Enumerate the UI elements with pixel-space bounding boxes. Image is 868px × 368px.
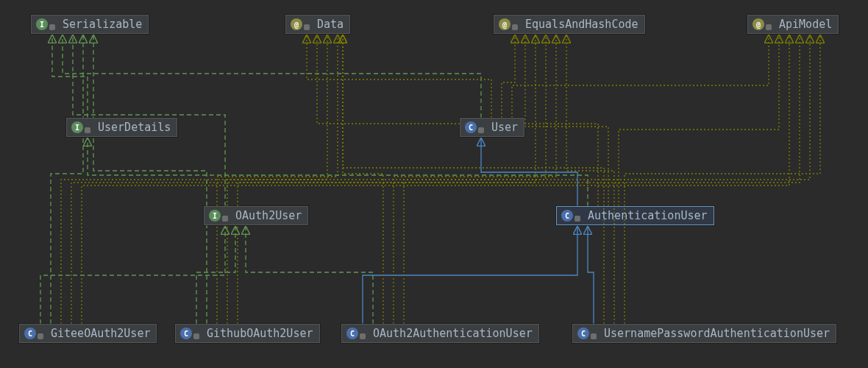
class-icon: C: [346, 328, 358, 339]
class-icon: C: [180, 328, 192, 339]
node-equals-and-hash-code[interactable]: @ EqualsAndHashCode: [494, 15, 645, 34]
node-label: UsernamePasswordAuthenticationUser: [604, 327, 830, 340]
node-label: AuthenticationUser: [588, 209, 708, 222]
edge-authUser-to-apiModel: [619, 35, 779, 206]
modifier-icon: [85, 127, 90, 133]
node-serializable[interactable]: I Serializable: [31, 15, 149, 34]
interface-icon: I: [71, 121, 83, 133]
modifier-icon: [49, 24, 55, 30]
annotation-icon: @: [291, 18, 302, 30]
edge-oauth2AuthUser-to-oauth2user: [246, 227, 373, 324]
edge-authUser-to-user: [481, 138, 577, 206]
class-icon: C: [561, 210, 573, 222]
modifier-icon: [38, 333, 43, 339]
node-user-details[interactable]: I UserDetails: [66, 118, 177, 137]
node-label: OAuth2User: [235, 209, 302, 222]
interface-icon: I: [209, 210, 221, 222]
node-label: EqualsAndHashCode: [525, 18, 638, 31]
modifier-icon: [766, 24, 772, 30]
edge-user-to-serializable: [63, 35, 481, 118]
modifier-icon: [360, 333, 366, 339]
node-oauth2-authentication-user[interactable]: C OAuth2AuthenticationUser: [341, 324, 539, 343]
node-github-oauth2-user[interactable]: C GithubOAuth2User: [175, 324, 320, 343]
node-oauth2-user[interactable]: I OAuth2User: [204, 206, 308, 225]
diagram-edges: [0, 0, 868, 368]
node-label: UserDetails: [98, 121, 171, 134]
edge-user-to-data: [307, 35, 491, 118]
annotation-icon: @: [753, 18, 764, 30]
node-label: GithubOAuth2User: [207, 327, 313, 340]
node-label: Serializable: [63, 18, 142, 31]
node-label: OAuth2AuthenticationUser: [373, 327, 533, 340]
node-label: ApiModel: [779, 18, 832, 31]
class-icon: C: [465, 121, 477, 133]
node-username-password-authentication-user[interactable]: C UsernamePasswordAuthenticationUser: [572, 324, 836, 343]
node-authentication-user[interactable]: C AuthenticationUser: [556, 206, 714, 225]
node-api-model[interactable]: @ ApiModel: [747, 15, 839, 34]
node-user[interactable]: C User: [460, 118, 524, 137]
node-gitee-oauth2-user[interactable]: C GiteeOAuth2User: [19, 324, 157, 343]
modifier-icon: [591, 333, 597, 339]
modifier-icon: [478, 127, 484, 133]
annotation-icon: @: [499, 18, 511, 30]
edge-githubOauth2User-to-equalsAndHashCode: [227, 35, 546, 324]
class-icon: C: [24, 328, 36, 339]
node-label: User: [491, 121, 518, 134]
node-label: Data: [317, 18, 344, 31]
edge-userDetails-to-serializable: [52, 35, 88, 118]
edge-oauth2AuthUser-to-apiModel: [404, 35, 810, 324]
edge-giteeOauth2User-to-oauth2user: [40, 227, 225, 324]
modifier-icon: [574, 216, 580, 222]
edge-user-to-equalsAndHashCode: [502, 35, 515, 118]
edge-upAuthUser-to-authUser: [588, 227, 594, 324]
modifier-icon: [304, 24, 310, 30]
edge-giteeOauth2User-to-serializable: [51, 35, 83, 324]
node-data[interactable]: @ Data: [285, 15, 350, 34]
node-label: GiteeOAuth2User: [51, 327, 150, 340]
class-icon: C: [577, 328, 589, 339]
edge-oauth2AuthUser-to-authUser: [363, 227, 577, 324]
modifier-icon: [193, 333, 199, 339]
edge-user-to-apiModel: [512, 35, 769, 118]
interface-icon: I: [36, 18, 48, 30]
edge-giteeOauth2User-to-data: [61, 35, 327, 324]
modifier-icon: [512, 24, 518, 30]
modifier-icon: [222, 216, 228, 222]
